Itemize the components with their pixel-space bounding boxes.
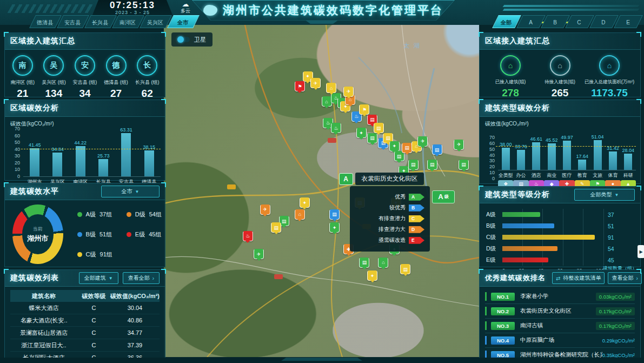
column-header: 碳效等级 xyxy=(77,292,110,300)
map-marker-grade-A[interactable]: ▤ xyxy=(427,160,437,170)
y-tick: 50 xyxy=(9,140,20,145)
map-marker-grade-A[interactable]: ▤ xyxy=(408,160,419,170)
map-marker-grade-A[interactable]: ▤ xyxy=(459,160,469,170)
panel-region-summary-left: 区域接入建筑汇总 南南浔区 (组)21吴吴兴区 (组)134安安吉县 (组)34… xyxy=(4,32,165,97)
toggle-switch-icon[interactable] xyxy=(178,37,190,42)
satellite-toggle[interactable]: 卫星 xyxy=(171,32,213,47)
y-tick: 40 xyxy=(9,147,20,152)
tab-label: 安吉县 xyxy=(61,19,84,27)
building-icon: ⌂ xyxy=(500,55,521,76)
panel-title: 区域接入建筑汇总 xyxy=(10,36,75,46)
ranking-row[interactable]: NO.2衣裳街历史文化街区0.17kgCO₂/m² xyxy=(485,304,635,319)
map-marker-grade-E[interactable]: ⚑ xyxy=(295,81,305,91)
map-marker-grade-A[interactable]: ✦ xyxy=(329,222,340,233)
tab-label: 德清县 xyxy=(34,19,56,27)
tab-label: 南浔区 xyxy=(116,19,139,27)
satellite-map[interactable]: 太湖 卫星 ✦⚑✈⌂♨⌂♨♨♨♨✦⌂▤✦▤▤▤✦▤▤▤⌂✈▤▤✦▤⚑✈✈▤✈▤▤… xyxy=(164,25,479,357)
legend-item: B级51组 xyxy=(77,230,112,239)
x-tick-label: 文旅 xyxy=(590,170,605,179)
bar-value-label: 28.04 xyxy=(622,148,635,153)
summary-value: 62 xyxy=(142,88,153,100)
map-marker-grade-A[interactable]: ⌂ xyxy=(378,258,388,268)
building-filter-dropdown[interactable]: 全部建筑▼ xyxy=(79,272,118,284)
ranking-row[interactable]: NO.1李家巷小学0.03kgCO₂/m² xyxy=(485,289,635,304)
map-marker-grade-D[interactable]: ✈ xyxy=(260,204,270,215)
grade-label: E级 xyxy=(486,256,502,264)
map-marker-grade-C[interactable]: ✈ xyxy=(310,78,321,88)
table-row[interactable]: 浙江皇冠假日大..C37.39 xyxy=(10,339,160,352)
table-row[interactable]: 景澜富砳山居酒店C34.77 xyxy=(10,327,160,339)
bar xyxy=(502,212,540,217)
view-all-button[interactable]: 查看全部› xyxy=(608,272,641,284)
map-marker-grade-A[interactable]: ✈ xyxy=(454,140,464,150)
ranking-building-name: 中原百脑广场 xyxy=(520,336,602,344)
bar-track xyxy=(502,246,604,251)
map-marker-grade-A[interactable]: ⌂ xyxy=(322,96,332,107)
map-tooltip: A 衣裳街历史文化街区 xyxy=(339,173,424,185)
building-icon: ⌂ xyxy=(599,55,620,76)
map-marker-grade-A[interactable]: ✦ xyxy=(389,141,400,151)
ranking-building-name: 李家巷小学 xyxy=(520,293,596,300)
map-marker-grade-C[interactable]: ✦ xyxy=(367,270,377,281)
ranking-value: 0.17kgCO₂/m² xyxy=(596,307,635,315)
map-marker-grade-C[interactable]: ▤ xyxy=(374,123,384,133)
map-marker-grade-E[interactable]: ♨ xyxy=(243,231,253,241)
y-tick: 50 xyxy=(484,147,495,152)
map-marker-grade-A[interactable]: ▤ xyxy=(367,133,377,143)
tab-label: 全部 xyxy=(497,19,515,27)
table-row[interactable]: 名豪大酒店(长安..C40.86 xyxy=(10,314,160,327)
view-all-button[interactable]: 查看全部› xyxy=(123,272,160,284)
map-marker-grade-A[interactable]: ✈ xyxy=(254,249,264,259)
map-marker-grade-A[interactable]: ♨ xyxy=(331,123,341,133)
type-filter-dropdown[interactable]: 全部类型▼ xyxy=(574,189,635,201)
ranking-row[interactable]: NO.3南浔古镇0.17kgCO₂/m² xyxy=(485,319,635,333)
summary-value: 278 xyxy=(502,87,519,99)
map-marker-grade-A[interactable]: ✈ xyxy=(417,136,428,147)
map-marker-grade-C[interactable]: ✈ xyxy=(343,87,354,97)
tab-region-德清县[interactable]: 德清县 xyxy=(29,15,62,28)
summary-item: 长长兴县 (组)62 xyxy=(132,55,162,100)
tab-label: E xyxy=(623,19,633,25)
column-header: 建筑名称 xyxy=(10,292,77,300)
bar-cell: 44.22 xyxy=(69,140,92,176)
next-page-arrow[interactable]: ▶ xyxy=(638,245,644,258)
table-row[interactable]: 蝶米大酒店C30.04 xyxy=(10,302,160,314)
panel-title: 建筑类型等级分析 xyxy=(485,190,550,200)
legend-item: A级37组 xyxy=(77,210,112,219)
carbon-grade: C xyxy=(77,329,110,336)
rectify-list-button[interactable]: ⇄待整改建筑清单 xyxy=(552,272,605,284)
map-marker-grade-C[interactable]: ⚑ xyxy=(359,104,369,115)
tab-region-安吉县[interactable]: 安吉县 xyxy=(57,15,89,28)
map-marker-grade-B[interactable]: ▤ xyxy=(432,144,442,155)
summary-label: 安吉县 (组) xyxy=(73,79,97,86)
bar-value-label: 63.31 xyxy=(120,127,132,133)
tab-grade-E[interactable]: E xyxy=(614,15,643,28)
tab-region-吴兴区[interactable]: 吴兴区 xyxy=(140,15,172,28)
city-dropdown[interactable]: 全市▼ xyxy=(101,186,160,197)
map-marker-grade-A[interactable]: ▤ xyxy=(359,258,369,268)
legend-row: 优秀A xyxy=(355,193,424,202)
map-marker-grade-C[interactable]: ▤ xyxy=(400,264,410,274)
map-marker-grade-B[interactable]: ▤ xyxy=(329,209,340,220)
map-marker-grade-D[interactable]: ▤ xyxy=(402,143,412,153)
tab-region-全市[interactable]: 全市 xyxy=(167,15,200,28)
legend-count: 51组 xyxy=(99,230,112,239)
map-marker-grade-C[interactable]: ✦ xyxy=(300,197,310,208)
x-tick-label: 教育 xyxy=(575,170,590,179)
legend-dot xyxy=(127,212,131,217)
map-marker-grade-A[interactable]: ✦ xyxy=(356,128,367,138)
tab-region-南浔区[interactable]: 南浔区 xyxy=(112,15,144,28)
y-tick: 20 xyxy=(484,164,495,169)
bar xyxy=(578,160,586,170)
ranking-row[interactable]: NO.4中原百脑广场0.29kgCO₂/m² xyxy=(485,333,635,348)
map-marker-grade-C[interactable]: ▤ xyxy=(271,222,281,233)
bar-cell: 63.31 xyxy=(115,127,137,176)
region-badge-icon: 长 xyxy=(137,55,157,76)
region-badge-icon: 安 xyxy=(75,55,95,76)
x-tick-label: 科研 xyxy=(621,170,636,179)
map-marker-grade-C[interactable]: ⌂ xyxy=(326,83,336,93)
tab-region-长兴县[interactable]: 长兴县 xyxy=(84,15,117,28)
column-header: 碳效值(kgCO₂/m²) xyxy=(110,292,160,300)
clock-time: 07:25:13 xyxy=(110,1,155,10)
carbon-grade: C xyxy=(77,317,110,324)
